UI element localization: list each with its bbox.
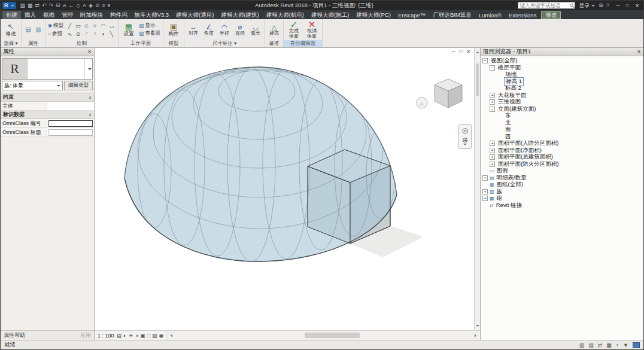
editable-only-icon[interactable]: ▦: [606, 342, 612, 348]
ribbon-tab[interactable]: Lumion®: [475, 11, 505, 19]
ribbon-tab[interactable]: 视图: [40, 11, 58, 19]
polygon-tool-icon[interactable]: ◇: [83, 22, 90, 29]
tag-icon[interactable]: ◇: [76, 3, 80, 8]
ribbon-tab[interactable]: 建模大师(PC): [353, 11, 394, 19]
press-drag-icon[interactable]: +: [616, 342, 619, 348]
undo-icon[interactable]: ↶: [42, 3, 47, 8]
tree-item[interactable]: +▨族: [481, 188, 643, 196]
close-button[interactable]: ✕: [633, 2, 642, 10]
show-workplane-button[interactable]: ▧ 显示: [139, 23, 160, 29]
temporary-hide-isolate-icon[interactable]: ▧: [152, 333, 157, 339]
ribbon-tab[interactable]: 建模大师(建筑): [217, 11, 262, 19]
detail-level-icon[interactable]: ▤: [117, 333, 122, 339]
ribbon-tab[interactable]: 插入: [21, 11, 40, 19]
vertical-scrollbar[interactable]: [474, 48, 480, 330]
family-combo[interactable]: 族: 体量: [2, 81, 63, 90]
ribbon-tab[interactable]: 建模大师(施工): [308, 11, 353, 19]
rectangle-tool-icon[interactable]: ▭: [74, 22, 82, 29]
open-icon[interactable]: ▨: [20, 3, 26, 8]
scroll-down-icon[interactable]: [476, 325, 479, 328]
search-icon[interactable]: [570, 4, 573, 7]
show-crop-region-icon[interactable]: □: [147, 333, 150, 339]
apply-button[interactable]: 应用: [80, 331, 91, 339]
text-icon[interactable]: A: [83, 3, 86, 8]
type-selector-arrow-icon[interactable]: [84, 59, 92, 79]
customize-toolbar-icon[interactable]: ▾: [108, 3, 111, 8]
vertical-scroll-thumb[interactable]: [476, 63, 479, 96]
ellipse-tool-icon[interactable]: ⊙: [74, 30, 82, 38]
ribbon-tab[interactable]: 修改: [541, 11, 561, 19]
ribbon-tab[interactable]: 广联达BIM算量: [429, 11, 475, 19]
tangent-arc-tool-icon[interactable]: ◝: [91, 30, 99, 38]
project-browser-close-icon[interactable]: ✕: [637, 49, 641, 54]
set-workplane-button[interactable]: ▦ 设置: [121, 23, 136, 36]
circle-tool-icon[interactable]: ○: [91, 22, 99, 29]
pick-line-tool-icon[interactable]: ╲: [108, 30, 116, 38]
dimension-tool[interactable]: ⌀直径: [233, 23, 247, 36]
family-types-icon[interactable]: ▥: [34, 26, 42, 33]
arc-tool-icon[interactable]: ◠: [99, 22, 107, 29]
tree-item[interactable]: ⇄Revit 链接: [481, 202, 643, 209]
signin-button[interactable]: 登录: [577, 2, 597, 10]
crop-view-icon[interactable]: ▣: [140, 333, 145, 339]
ribbon-tab[interactable]: Enscape™: [394, 11, 429, 19]
tree-expander-icon[interactable]: −: [482, 58, 488, 63]
draw-option[interactable]: ○参照: [48, 31, 63, 38]
property-group-header[interactable]: 约束∧: [1, 93, 94, 102]
viewcube[interactable]: [435, 79, 462, 108]
partial-ellipse-tool-icon[interactable]: ◗: [99, 30, 107, 38]
panel-label-select[interactable]: 选择 ▾: [1, 40, 21, 47]
scroll-right-icon[interactable]: [475, 334, 478, 337]
spline-tool-icon[interactable]: ∿: [66, 30, 74, 38]
tree-expander-icon[interactable]: −: [490, 65, 495, 71]
property-value-cell[interactable]: [47, 128, 94, 136]
property-group-header[interactable]: 标识数据∧: [1, 111, 94, 119]
tree-item[interactable]: ▦图纸(全部): [481, 181, 643, 188]
dimension-tool[interactable]: ◡弧长: [249, 23, 262, 36]
dimension-tool[interactable]: ◠半径: [218, 23, 231, 36]
property-value-cell[interactable]: [47, 119, 94, 127]
property-value-input[interactable]: [48, 120, 93, 127]
sync-icon[interactable]: ⇄: [35, 3, 40, 8]
minimize-button[interactable]: ─: [613, 2, 622, 10]
dimension-tool[interactable]: ∠角度: [202, 23, 215, 36]
link-monitor-icon[interactable]: ⇄: [598, 342, 603, 348]
tree-expander-icon[interactable]: +: [490, 93, 495, 98]
type-selector[interactable]: R: [2, 58, 93, 80]
redo-icon[interactable]: ↷: [49, 3, 54, 8]
horizontal-scroll-thumb[interactable]: [305, 333, 360, 338]
dome-mass[interactable]: [124, 67, 397, 261]
viewport-restore-button[interactable]: □: [459, 49, 462, 54]
restore-button[interactable]: □: [623, 2, 632, 10]
worksets-icon[interactable]: ▥: [579, 342, 585, 348]
tree-expander-icon[interactable]: +: [482, 196, 488, 201]
zoom-icon[interactable]: ⊕: [462, 136, 468, 144]
property-value-cell[interactable]: [47, 102, 94, 110]
component-button[interactable]: ▣ 构件: [166, 23, 181, 36]
ribbon-tab[interactable]: 建模大师(机电): [263, 11, 308, 19]
tree-expander-icon[interactable]: −: [490, 106, 495, 112]
section-icon[interactable]: ⊘: [95, 3, 100, 8]
scroll-left-icon[interactable]: [169, 334, 172, 337]
selection-filter-icon[interactable]: ▼: [623, 342, 628, 348]
exchange-apps-icon[interactable]: ⊞: [599, 3, 603, 8]
help-icon[interactable]: ?: [606, 3, 609, 8]
properties-close-icon[interactable]: ✕: [87, 49, 92, 54]
fillet-arc-tool-icon[interactable]: ◡: [108, 22, 116, 29]
scale-button[interactable]: 1 : 100: [98, 333, 114, 339]
viewport-minimize-button[interactable]: ─: [452, 49, 455, 54]
ribbon-tab[interactable]: 创建: [2, 11, 21, 19]
ribbon-tab[interactable]: 构件坞: [107, 11, 131, 19]
thin-lines-icon[interactable]: ≡: [102, 3, 105, 8]
save-icon[interactable]: ▦: [28, 3, 33, 8]
search-input[interactable]: [520, 2, 569, 8]
viewport-close-button[interactable]: ✕: [466, 49, 470, 54]
finish-mass-button[interactable]: ✓ 完成体量: [286, 20, 302, 39]
project-browser-header[interactable]: 项目浏览器 - 项目1 ✕: [481, 48, 643, 56]
scroll-up-icon[interactable]: [476, 50, 479, 53]
panel-label-dimension[interactable]: 尺寸标注 ▾: [184, 40, 265, 47]
aligned-dimension-icon[interactable]: ↔: [68, 3, 74, 8]
design-options-icon[interactable]: ▤: [588, 342, 594, 348]
drawing-area[interactable]: ⌂ ─□✕ ◎⊕: [95, 48, 480, 330]
shadows-icon[interactable]: ◑: [135, 333, 138, 339]
